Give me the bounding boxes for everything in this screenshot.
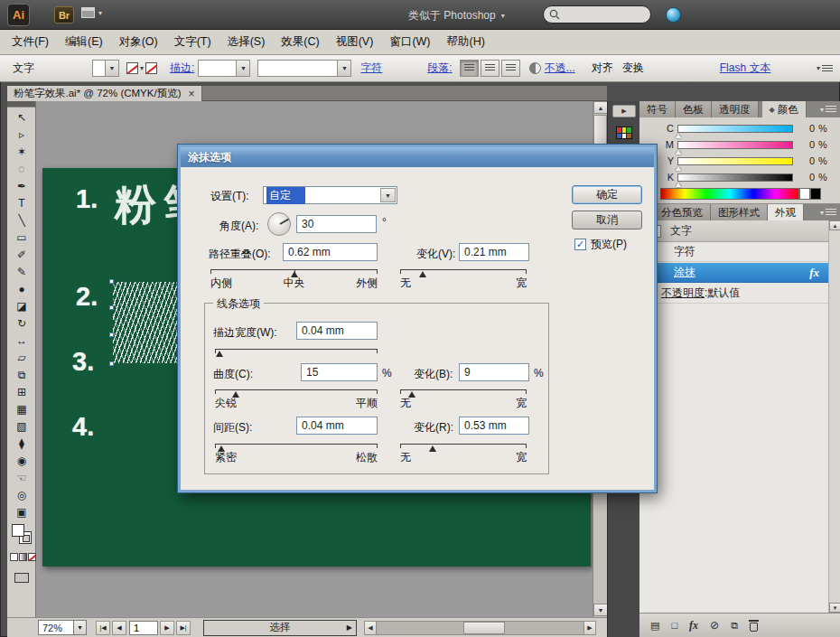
tools-panel-header[interactable] — [7, 101, 35, 108]
horizontal-scrollbar-track[interactable] — [377, 621, 583, 635]
channel-c-slider[interactable] — [677, 125, 793, 133]
appearance-row-scribble[interactable]: 涂抹 fx — [639, 263, 828, 283]
add-new-effect-button[interactable]: fx — [689, 619, 698, 632]
status-flyout-icon[interactable]: ▶ — [347, 623, 352, 632]
stroke-width-field[interactable]: 0.04 mm — [296, 322, 378, 340]
stroke-link[interactable]: 描边: — [170, 61, 194, 76]
ok-button[interactable]: 确定 — [572, 185, 642, 204]
appearance-target-row[interactable]: T 文字 — [639, 220, 840, 242]
lasso-tool-icon[interactable]: ◌ — [7, 160, 36, 177]
direct-selection-tool-icon[interactable]: ▹ — [7, 126, 36, 143]
menu-help[interactable]: 帮助(H) — [439, 34, 493, 50]
character-link[interactable]: 字符 — [360, 61, 382, 76]
control-panel-menu-button[interactable]: ▾ — [817, 64, 833, 72]
appearance-row-characters[interactable]: 字符 — [639, 242, 828, 262]
flash-text-link[interactable]: Flash 文本 — [720, 61, 771, 76]
appearance-panel-menu-button[interactable]: ▾ — [817, 204, 840, 220]
slider-thumb[interactable] — [216, 351, 223, 357]
expand-panels-button[interactable]: ▶ — [612, 105, 636, 117]
menu-view[interactable]: 视图(V) — [328, 34, 382, 50]
first-artboard-button[interactable]: |◀ — [96, 621, 110, 635]
line-segment-tool-icon[interactable]: ╲ — [7, 211, 36, 229]
clear-appearance-button[interactable]: ⊘ — [710, 619, 719, 632]
align-panel-label[interactable]: 对齐 — [592, 61, 613, 76]
magic-wand-tool-icon[interactable]: ✶ — [7, 143, 36, 160]
duplicate-item-button[interactable]: ⧉ — [731, 620, 738, 632]
chalk-number-2[interactable]: 2. — [76, 282, 98, 312]
last-artboard-button[interactable]: ▶| — [176, 621, 191, 635]
opacity-link[interactable]: 不透明度 — [661, 286, 705, 301]
scribble-effect-link[interactable]: 涂抹 — [674, 265, 695, 280]
hand-tool-icon[interactable]: ☜ — [7, 469, 36, 486]
document-tab[interactable]: 粉笔字效果.ai* @ 72% (CMYK/预览) × — [7, 86, 202, 101]
blend-tool-icon[interactable]: ◉ — [7, 452, 36, 469]
pencil-tool-icon[interactable]: ✎ — [7, 263, 36, 280]
next-artboard-button[interactable]: ▶ — [160, 621, 174, 635]
slider-caret-icon[interactable] — [676, 183, 681, 187]
appearance-scrollbar[interactable]: ▲ ▼ — [828, 220, 840, 613]
stroke-swatch-icon[interactable] — [145, 62, 157, 74]
gradient-mode-icon[interactable] — [19, 553, 27, 561]
black-swatch[interactable] — [810, 188, 821, 200]
scroll-up-icon[interactable]: ▲ — [829, 220, 840, 230]
width-tool-icon[interactable]: ↔ — [7, 332, 36, 349]
mesh-tool-icon[interactable]: ▦ — [7, 400, 36, 417]
align-right-button[interactable] — [501, 60, 520, 77]
variation-b-field[interactable]: 9 — [459, 363, 529, 381]
path-overlap-field[interactable]: 0.62 mm — [283, 243, 378, 261]
rectangle-tool-icon[interactable]: ▭ — [7, 229, 36, 246]
free-transform-tool-icon[interactable]: ▱ — [7, 349, 36, 366]
menu-effect[interactable]: 效果(C) — [273, 34, 327, 50]
zoom-dropdown-button[interactable]: ▼ — [74, 620, 87, 635]
tab-appearance[interactable]: 外观 — [768, 204, 804, 220]
variation-r-field[interactable]: 0.53 mm — [459, 417, 529, 435]
screen-mode-icon[interactable] — [14, 573, 29, 583]
brush-definition-dropdown[interactable]: ▼ — [257, 60, 351, 77]
color-panel-menu-button[interactable]: ▾ — [817, 101, 840, 117]
shape-builder-tool-icon[interactable]: ⧉ — [7, 366, 36, 383]
tab-color[interactable]: ◆ 颜色 — [762, 101, 807, 117]
chevron-down-icon[interactable]: ▼ — [380, 188, 396, 202]
horizontal-scrollbar[interactable]: ◀ ▶ — [364, 621, 596, 635]
chalk-number-1[interactable]: 1. — [76, 184, 98, 214]
curviness-field[interactable]: 15 — [301, 363, 378, 381]
scroll-left-icon[interactable]: ◀ — [364, 621, 377, 635]
color-mode-icon[interactable] — [10, 553, 18, 561]
delete-item-button[interactable] — [750, 623, 758, 632]
tab-graphic-styles[interactable]: 图形样式 — [711, 204, 768, 220]
channel-m-slider[interactable] — [677, 141, 793, 149]
menu-window[interactable]: 窗口(W) — [381, 34, 438, 50]
tab-transparency[interactable]: 透明度 — [712, 101, 759, 117]
selection-anchor[interactable] — [109, 279, 114, 284]
appearance-row-opacity[interactable]: 不透明度 :默认值 — [639, 284, 828, 304]
swatches-panel-icon[interactable] — [616, 126, 632, 139]
layout-switcher-button[interactable]: ▾ — [81, 7, 102, 18]
previous-artboard-button[interactable]: ◀ — [112, 621, 126, 635]
selection-anchor[interactable] — [109, 361, 114, 366]
eyedropper-tool-icon[interactable]: ⧫ — [7, 435, 36, 452]
scroll-up-icon[interactable]: ▲ — [593, 101, 608, 114]
search-box[interactable] — [543, 5, 651, 23]
transform-panel-label[interactable]: 变换 — [622, 61, 644, 76]
gradient-tool-icon[interactable]: ▧ — [7, 417, 36, 435]
horizontal-scrollbar-thumb[interactable] — [463, 622, 505, 634]
chalk-number-4[interactable]: 4. — [72, 412, 94, 442]
channel-y-slider[interactable] — [677, 157, 793, 165]
workspace-switcher[interactable]: 类似于 Photoshop ▾ — [408, 8, 505, 23]
spacing-field[interactable]: 0.04 mm — [296, 417, 378, 435]
angle-field[interactable]: 30 — [296, 215, 377, 233]
opacity-link[interactable]: 不透... — [545, 61, 575, 76]
menu-object[interactable]: 对象(O) — [111, 34, 166, 50]
align-left-button[interactable] — [460, 60, 479, 77]
pen-tool-icon[interactable]: ✒ — [7, 177, 36, 194]
scroll-down-icon[interactable]: ▼ — [593, 604, 608, 616]
search-input[interactable] — [564, 9, 643, 20]
channel-k-slider[interactable] — [677, 173, 793, 182]
close-icon[interactable]: × — [188, 89, 194, 99]
artboard-number-field[interactable] — [129, 621, 158, 635]
add-new-stroke-button[interactable]: ▤ — [650, 620, 659, 632]
color-spectrum-bar[interactable] — [660, 188, 799, 200]
paragraph-link[interactable]: 段落: — [427, 61, 452, 76]
variation-v-field[interactable]: 0.21 mm — [459, 243, 529, 261]
selection-anchor[interactable] — [109, 333, 114, 337]
